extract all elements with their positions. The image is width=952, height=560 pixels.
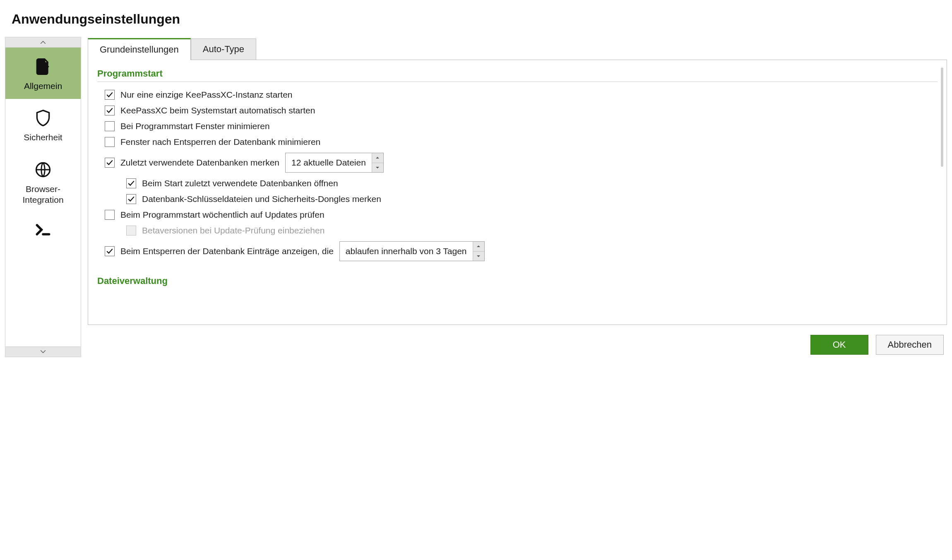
label-show-expired: Beim Entsperren der Datenbank Einträge a…	[120, 246, 334, 256]
checkbox-autostart[interactable]	[105, 106, 115, 115]
row-autostart: KeePassXC beim Systemstart automatisch s…	[105, 103, 938, 118]
content-scrollbar-thumb[interactable]	[941, 67, 943, 167]
cancel-button[interactable]: Abbrechen	[876, 335, 944, 355]
row-minimize-on-start: Bei Programmstart Fenster minimieren	[105, 118, 938, 134]
label-autostart: KeePassXC beim Systemstart automatisch s…	[120, 106, 315, 115]
row-minimize-after-unlock: Fenster nach Entsperren der Datenbank mi…	[105, 134, 938, 150]
sidebar-item-ssh-agent[interactable]	[5, 213, 81, 240]
checkbox-remember-keyfiles[interactable]	[126, 194, 136, 204]
sidebar-item-browser-integration[interactable]: Browser-Integration	[5, 151, 81, 213]
sidebar-item-label: Sicherheit	[24, 132, 62, 143]
settings-sidebar: Allgemein Sicherheit Browser-Integration	[5, 37, 81, 357]
sidebar-scroll-down[interactable]	[5, 346, 81, 357]
label-remember-recent: Zuletzt verwendete Datenbanken merken	[120, 158, 279, 168]
terminal-icon	[33, 222, 53, 238]
tab-auto-type[interactable]: Auto-Type	[191, 38, 256, 60]
sidebar-item-security[interactable]: Sicherheit	[5, 99, 81, 150]
sidebar-item-label: Allgemein	[24, 81, 62, 91]
checkbox-show-expired[interactable]	[105, 246, 115, 256]
expire-within-value: ablaufen innerhalb von 3 Tagen	[340, 242, 473, 261]
label-single-instance: Nur eine einzige KeePassXC-Instanz start…	[120, 90, 293, 100]
recent-files-spinbox[interactable]: 12 aktuelle Dateien	[285, 153, 384, 173]
options-programstart: Nur eine einzige KeePassXC-Instanz start…	[97, 87, 938, 264]
document-edit-icon	[33, 57, 53, 77]
row-remember-keyfiles: Datenbank-Schlüsseldateien und Sicherhei…	[105, 191, 938, 207]
row-check-updates: Beim Programmstart wöchentlich auf Updat…	[105, 207, 938, 223]
sidebar-item-label: Browser-Integration	[7, 184, 79, 206]
page-title: Anwendungseinstellungen	[12, 12, 944, 27]
recent-files-value: 12 aktuelle Dateien	[286, 153, 372, 172]
label-minimize-on-start: Bei Programmstart Fenster minimieren	[120, 121, 270, 131]
label-beta-updates: Betaversionen bei Update-Prüfung einbezi…	[142, 226, 325, 236]
label-check-updates: Beim Programmstart wöchentlich auf Updat…	[120, 210, 325, 220]
dialog-footer: OK Abbrechen	[88, 325, 947, 357]
checkbox-single-instance[interactable]	[105, 90, 115, 100]
label-remember-keyfiles: Datenbank-Schlüsseldateien und Sicherhei…	[142, 194, 381, 204]
checkbox-remember-recent[interactable]	[105, 158, 115, 168]
recent-files-decrease[interactable]	[372, 163, 383, 173]
row-open-recent: Beim Start zuletzt verwendete Datenbanke…	[105, 175, 938, 191]
sidebar-items: Allgemein Sicherheit Browser-Integration	[5, 48, 81, 346]
row-remember-recent: Zuletzt verwendete Datenbanken merken 12…	[105, 150, 938, 175]
expire-increase[interactable]	[473, 242, 484, 252]
ok-button[interactable]: OK	[810, 335, 868, 355]
sidebar-item-general[interactable]: Allgemein	[5, 48, 81, 99]
spin-buttons	[473, 242, 484, 261]
checkbox-minimize-after-unlock[interactable]	[105, 137, 115, 147]
row-show-expired: Beim Entsperren der Datenbank Einträge a…	[105, 238, 938, 264]
tab-basic-settings[interactable]: Grundeinstellungen	[88, 38, 191, 60]
expire-decrease[interactable]	[473, 252, 484, 261]
checkbox-check-updates[interactable]	[105, 210, 115, 220]
recent-files-increase[interactable]	[372, 153, 383, 163]
body-wrap: Allgemein Sicherheit Browser-Integration	[5, 37, 947, 357]
expire-within-spinbox[interactable]: ablaufen innerhalb von 3 Tagen	[339, 241, 485, 261]
globe-icon	[33, 160, 53, 180]
label-open-recent: Beim Start zuletzt verwendete Datenbanke…	[142, 178, 338, 188]
label-minimize-after-unlock: Fenster nach Entsperren der Datenbank mi…	[120, 137, 320, 147]
settings-tabbar: Grundeinstellungen Auto-Type	[88, 38, 947, 60]
spin-buttons	[372, 153, 383, 172]
tab-content: Programmstart Nur eine einzige KeePassXC…	[88, 60, 947, 325]
shield-icon	[33, 108, 53, 128]
right-pane: Grundeinstellungen Auto-Type Programmsta…	[88, 37, 947, 357]
checkbox-beta-updates	[126, 226, 136, 236]
row-beta-updates: Betaversionen bei Update-Prüfung einbezi…	[105, 223, 938, 238]
section-title-files: Dateiverwaltung	[97, 276, 938, 286]
checkbox-open-recent[interactable]	[126, 178, 136, 188]
checkbox-minimize-on-start[interactable]	[105, 121, 115, 131]
row-single-instance: Nur eine einzige KeePassXC-Instanz start…	[105, 87, 938, 103]
section-title-programstart: Programmstart	[97, 68, 938, 79]
sidebar-scroll-up[interactable]	[5, 37, 81, 48]
content-scrollbar[interactable]	[941, 67, 943, 317]
section-divider	[97, 82, 938, 82]
